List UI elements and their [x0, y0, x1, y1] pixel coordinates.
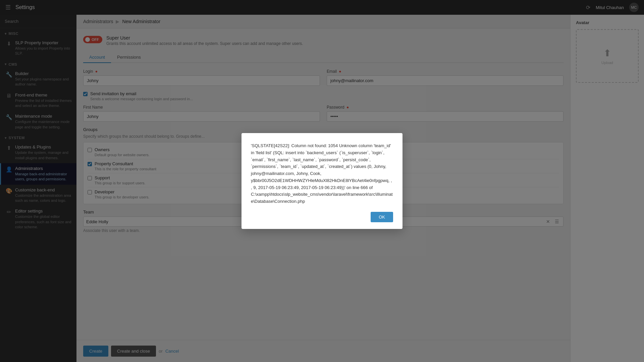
modal-message: 'SQLSTATE[42S22]: Column not found: 1054…: [251, 142, 393, 205]
modal-overlay: 'SQLSTATE[42S22]: Column not found: 1054…: [0, 0, 644, 362]
modal-ok-button[interactable]: OK: [371, 212, 393, 222]
modal-box: 'SQLSTATE[42S22]: Column not found: 1054…: [241, 133, 402, 229]
modal-footer: OK: [251, 212, 393, 222]
